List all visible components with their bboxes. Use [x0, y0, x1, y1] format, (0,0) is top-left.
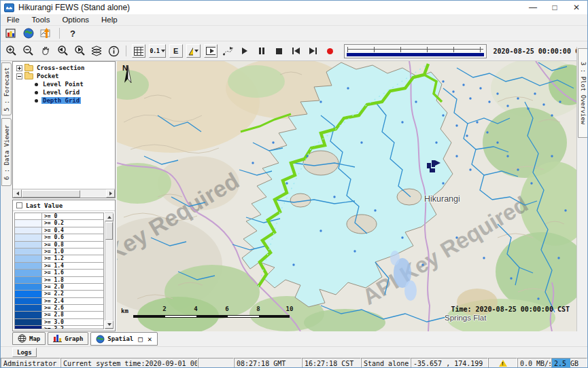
legend-row-label: >= 2.6 [42, 305, 103, 311]
legend-row[interactable]: >= 0.2 [15, 220, 103, 227]
explorer-icon[interactable] [4, 26, 18, 40]
animation-dialog-icon[interactable] [204, 44, 218, 58]
scale-tick-label: 4 [180, 306, 211, 312]
tree-horizontal-scrollbar[interactable] [13, 189, 115, 198]
dock-tab-data-viewer[interactable]: 6 : Data Viewer [1, 118, 12, 186]
tab-close-icon[interactable]: ✕ [148, 335, 152, 344]
map-viewport[interactable]: API Key Required API Key Required [117, 61, 576, 331]
scale-bar-toggle-icon[interactable]: E [169, 44, 183, 58]
legend-row[interactable]: >= 2.4 [15, 298, 103, 305]
pan-hand-icon[interactable] [39, 44, 52, 58]
scrollbar-thumb[interactable] [22, 190, 80, 198]
minimize-button[interactable]: — [522, 1, 544, 14]
menu-item[interactable]: File [1, 16, 26, 24]
legend-row[interactable]: >= 2.0 [15, 284, 103, 291]
grid-display-icon[interactable] [132, 44, 145, 58]
tree-item[interactable]: Pocket [13, 72, 115, 80]
legend-row[interactable]: >= 0.8 [15, 242, 103, 249]
tree-item[interactable]: Level Grid [13, 88, 115, 96]
info-icon[interactable] [107, 44, 120, 58]
play-icon[interactable] [238, 44, 252, 58]
legend-color-swatch [15, 227, 42, 234]
tab-spatial[interactable]: Spatial □ ✕ [90, 332, 157, 346]
scale-bar-unit: km [121, 308, 128, 314]
scale-bar-labels: 246810 [149, 306, 305, 312]
scale-tick-label: 8 [243, 306, 274, 312]
legend-row[interactable]: >= 1.8 [15, 277, 103, 284]
menu-item[interactable]: Help [95, 16, 124, 24]
dock-tab-forecast[interactable]: 5 : Forecast [1, 62, 12, 115]
close-button[interactable]: ✕ [566, 1, 587, 14]
legend-row-label: >= 1.4 [42, 263, 103, 269]
label-threshold-dropdown[interactable]: 0.1 [149, 44, 166, 58]
legend-row[interactable]: >= 1.0 [15, 249, 103, 255]
tree-expander-icon[interactable] [16, 73, 22, 79]
folder-icon [24, 65, 33, 71]
zoom-out-icon[interactable] [22, 44, 35, 58]
help-icon[interactable]: ? [66, 26, 80, 40]
tree-item[interactable]: Depth Grid [13, 96, 115, 105]
window-title: Hikurangi FEWS (Stand alone) [18, 3, 130, 12]
dock-tab-plot-overview[interactable]: 3 : Plot Overview [578, 48, 588, 138]
scrollbar-thumb[interactable] [105, 222, 113, 240]
legend-row[interactable]: >= 3.0 [15, 319, 103, 326]
map-canvas: API Key Required API Key Required [117, 61, 576, 331]
legend-row-label: >= 0.4 [42, 227, 103, 234]
step-back-icon[interactable] [289, 44, 302, 58]
scale-tick-label: 6 [211, 306, 243, 312]
pause-icon[interactable] [255, 44, 269, 58]
chevron-down-icon [161, 50, 165, 52]
globe-icon[interactable] [22, 26, 35, 40]
layers-icon[interactable] [90, 44, 103, 58]
legend-color-swatch [15, 213, 42, 219]
legend-row[interactable]: >= 3.2 [15, 326, 103, 329]
stop-icon[interactable] [272, 44, 286, 58]
legend-row[interactable]: >= 2.8 [15, 312, 103, 318]
legend-row[interactable]: >= 1.4 [15, 263, 103, 270]
scroll-right-icon[interactable] [106, 189, 115, 198]
maximize-button[interactable]: □ [544, 1, 566, 14]
tab-graph[interactable]: Graph [48, 332, 88, 345]
menu-item[interactable]: Options [56, 16, 95, 24]
tree-item-label: Pocket [35, 73, 60, 79]
zoom-previous-icon[interactable] [56, 44, 69, 58]
measure-tool-icon[interactable] [221, 44, 235, 58]
scroll-left-icon[interactable] [13, 189, 22, 198]
last-value-checkbox[interactable] [16, 202, 22, 208]
bullet-icon [35, 99, 38, 103]
timeseries-dialog-icon[interactable] [39, 26, 53, 40]
status-system-time: Current system time:2020-09-01 00:00 CST [60, 358, 198, 368]
tree-item[interactable]: Cross-section [13, 64, 115, 72]
time-slider[interactable] [344, 44, 486, 58]
title-bar: Hikurangi FEWS (Stand alone) — □ ✕ [1, 1, 587, 14]
scroll-up-icon[interactable] [105, 213, 114, 221]
tab-label: Map [29, 335, 40, 342]
legend-color-swatch [15, 249, 42, 255]
status-mode: Stand alone [361, 358, 411, 368]
main-toolbar: ? [1, 26, 587, 41]
tree-item-label: Level Grid [41, 89, 81, 96]
tree-item[interactable]: Level Point [13, 80, 115, 88]
bullet-icon [35, 91, 38, 94]
tab-map[interactable]: Map [12, 332, 46, 345]
tree-expander-icon[interactable] [16, 65, 22, 71]
zoom-in-icon[interactable] [5, 44, 18, 58]
scroll-down-icon[interactable] [105, 320, 114, 329]
logs-button[interactable]: Logs [12, 348, 37, 357]
thresholds-dropdown[interactable] [186, 44, 201, 58]
legend-vertical-scrollbar[interactable] [105, 213, 114, 329]
legend-row[interactable]: >= 1.2 [15, 255, 103, 262]
record-icon[interactable] [323, 44, 336, 58]
legend-row[interactable]: >= 1.6 [15, 270, 103, 276]
tab-restore-icon[interactable]: □ [138, 335, 143, 344]
legend-row[interactable]: >= 0.6 [15, 234, 103, 241]
step-forward-icon[interactable] [306, 44, 319, 58]
legend-row[interactable]: >= 0.4 [15, 227, 103, 234]
legend-row[interactable]: >= 2.2 [15, 291, 103, 297]
zoom-next-icon[interactable] [73, 44, 86, 58]
memory-label: 2.5 GB [554, 360, 578, 367]
status-warning-cell[interactable] [488, 358, 517, 368]
menu-item[interactable]: Tools [26, 16, 56, 24]
legend-row[interactable]: >= 0 [15, 213, 103, 220]
legend-row[interactable]: >= 2.6 [15, 305, 103, 312]
